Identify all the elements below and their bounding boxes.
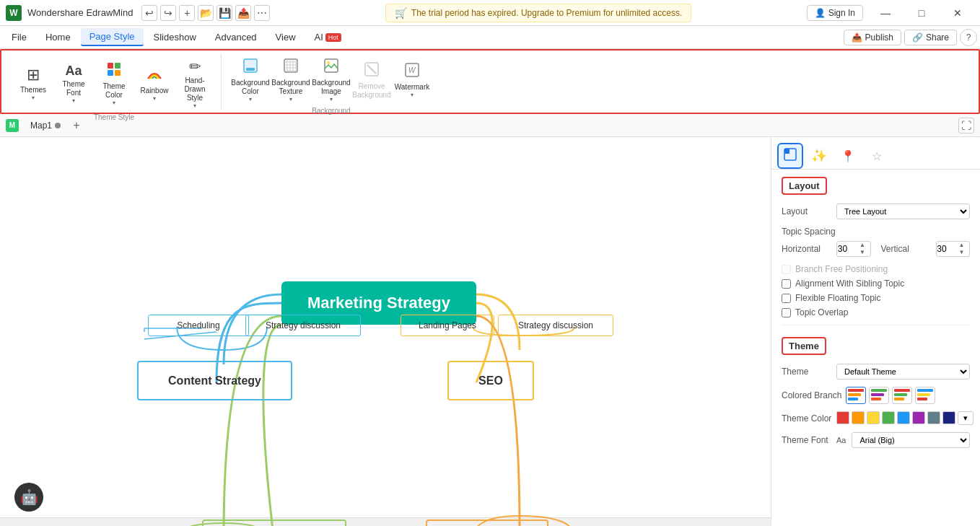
swatch-yellow[interactable] (867, 411, 880, 424)
horizontal-spinner[interactable]: 30 ▲ ▼ (836, 241, 871, 257)
export-button[interactable]: 📤 (235, 5, 251, 21)
help-button[interactable]: ? (960, 29, 977, 46)
more-button[interactable]: ⋯ (254, 5, 270, 21)
layout-select[interactable]: Tree Layout (836, 203, 970, 219)
menu-file[interactable]: File (3, 29, 35, 45)
l2-scheduling[interactable]: Scheduling (148, 315, 249, 336)
svg-line-18 (367, 65, 376, 74)
cb-option-4[interactable] (915, 387, 935, 404)
ribbon-hand-drawn-button[interactable]: ✏ Hand-Drawn Style ▾ (176, 55, 214, 112)
ribbon-bg-texture-button[interactable]: Background Texture ▾ (272, 55, 310, 105)
trial-banner[interactable]: 🛒 The trial period has expired. Upgrade … (385, 4, 692, 22)
swatch-red[interactable] (836, 411, 849, 424)
l2-strategy-discussion-1[interactable]: Strategy discussion (245, 315, 361, 336)
swatch-orange[interactable] (852, 411, 865, 424)
horizontal-input[interactable]: 30 (837, 244, 859, 254)
swatch-purple[interactable] (912, 411, 925, 424)
panel-tab-ai[interactable]: ✨ (806, 143, 832, 169)
ribbon-remove-bg-button[interactable]: Remove Background (353, 58, 390, 102)
signin-button[interactable]: 👤 Sign In (807, 5, 863, 21)
horizontal-down[interactable]: ▼ (859, 249, 866, 256)
ribbon-theme-color-button[interactable]: Theme Color ▾ (95, 58, 133, 109)
chatbot-icon: 🤖 (20, 488, 38, 506)
theme-prop-row: Theme Default Theme (782, 364, 970, 380)
horizontal-spinner-btns: ▲ ▼ (859, 242, 866, 256)
tab-map1[interactable]: Map1 (25, 118, 66, 133)
branch-free-pos-checkbox[interactable] (782, 265, 791, 274)
bg-image-arrow: ▾ (330, 96, 333, 102)
l1-seo[interactable]: SEO (447, 361, 534, 400)
ribbon-themes-button[interactable]: ⊞ Themes ▾ (14, 63, 52, 104)
colored-branch-options (846, 387, 935, 404)
panel-tab-layout[interactable] (777, 143, 803, 169)
vertical-down[interactable]: ▼ (958, 249, 966, 256)
topic-overlap-checkbox[interactable] (782, 308, 791, 317)
publish-button[interactable]: 📤 Publish (844, 30, 901, 45)
swatch-dark[interactable] (942, 411, 955, 424)
menu-slideshow[interactable]: Slideshow (145, 29, 205, 45)
swatch-green[interactable] (882, 411, 895, 424)
menu-view[interactable]: View (267, 29, 305, 45)
vertical-spinner-btns: ▲ ▼ (958, 242, 966, 256)
undo-redo-group: ↩ ↪ + 📂 💾 📤 ⋯ (141, 5, 270, 21)
maximize-button[interactable]: □ (905, 1, 938, 25)
share-button[interactable]: 🔗 Share (904, 30, 957, 45)
redo-button[interactable]: ↪ (160, 5, 176, 21)
rainbow-arrow: ▾ (153, 95, 156, 102)
vertical-input[interactable]: 30 (937, 244, 958, 254)
swatch-blue[interactable] (897, 411, 910, 424)
l1-social-media[interactable]: Social Media (426, 520, 548, 526)
vertical-spinner[interactable]: 30 ▲ ▼ (936, 241, 971, 257)
flexible-checkbox[interactable] (782, 294, 791, 303)
cb-option-1[interactable] (846, 387, 866, 404)
undo-button[interactable]: ↩ (141, 5, 157, 21)
horizontal-scrollbar[interactable] (0, 517, 771, 526)
chatbot-button[interactable]: 🤖 (14, 483, 43, 512)
horizontal-up[interactable]: ▲ (859, 242, 866, 249)
cb-option-3[interactable] (892, 387, 912, 404)
open-button[interactable]: 📂 (198, 5, 214, 21)
new-tab-button[interactable]: + (179, 5, 195, 21)
minimize-button[interactable]: — (869, 1, 902, 25)
colored-branch-label: Colored Branch (782, 390, 841, 400)
menu-home[interactable]: Home (37, 29, 79, 45)
color-dropdown[interactable]: ▾ (958, 411, 974, 425)
colored-branch-row: Colored Branch (782, 387, 970, 404)
alignment-row: Alignment With Sibling Topic (782, 279, 970, 289)
add-tab-button[interactable]: + (69, 118, 84, 133)
ribbon-group-background: Background Color ▾ Background Texture ▾ … (224, 53, 438, 110)
title-bar: W Wondershare EdrawMind ↩ ↪ + 📂 💾 📤 ⋯ 🛒 … (0, 0, 980, 26)
ribbon-theme-font-button[interactable]: Aa Theme Font ▾ (55, 61, 92, 107)
theme-font-select[interactable]: Arial (Big) (852, 432, 970, 448)
vertical-up[interactable]: ▲ (958, 242, 966, 249)
ribbon-items-background: Background Color ▾ Background Texture ▾ … (232, 55, 431, 105)
panel-tab-pin[interactable]: 📍 (835, 143, 861, 169)
l1-content-strategy[interactable]: Content Strategy (137, 361, 292, 400)
expand-button[interactable]: ⛶ (958, 118, 974, 133)
panel-tab-star[interactable]: ☆ (864, 143, 890, 169)
ribbon-bg-color-button[interactable]: Background Color ▾ (232, 55, 269, 105)
menu-advanced[interactable]: Advanced (206, 29, 266, 45)
bg-image-icon (323, 58, 339, 77)
cb-option-2[interactable] (869, 387, 889, 404)
l1-digital-marketing[interactable]: Digital Marketing (202, 520, 346, 526)
close-button[interactable]: ✕ (941, 1, 974, 25)
topic-overlap-label: Topic Overlap (795, 307, 848, 317)
l2-landing-pages[interactable]: Landing Pages (401, 315, 494, 336)
ribbon-rainbow-button[interactable]: Rainbow ▾ (136, 63, 173, 105)
theme-select[interactable]: Default Theme (836, 364, 970, 380)
swatch-grey[interactable] (927, 411, 940, 424)
canvas[interactable]: Marketing Strategy Content Strategy SEO … (0, 137, 771, 526)
layout-prop-row: Layout Tree Layout (782, 203, 970, 219)
watermark-icon: W (404, 62, 420, 82)
l2-strategy-discussion-2[interactable]: Strategy discussion (498, 315, 613, 336)
alignment-checkbox[interactable] (782, 279, 791, 289)
ribbon-group-theme-style: ⊞ Themes ▾ Aa Theme Font ▾ Theme Color ▾ (7, 53, 222, 110)
menu-page-style[interactable]: Page Style (81, 28, 144, 46)
theme-font-icon: Aa (65, 63, 82, 79)
ribbon-bg-image-button[interactable]: Background Image ▾ (312, 55, 350, 105)
ribbon-watermark-button[interactable]: W Watermark ▾ (393, 59, 431, 101)
menu-ai[interactable]: AI Hot (306, 29, 350, 45)
save-button[interactable]: 💾 (216, 5, 232, 21)
cart-icon: 🛒 (395, 7, 407, 19)
